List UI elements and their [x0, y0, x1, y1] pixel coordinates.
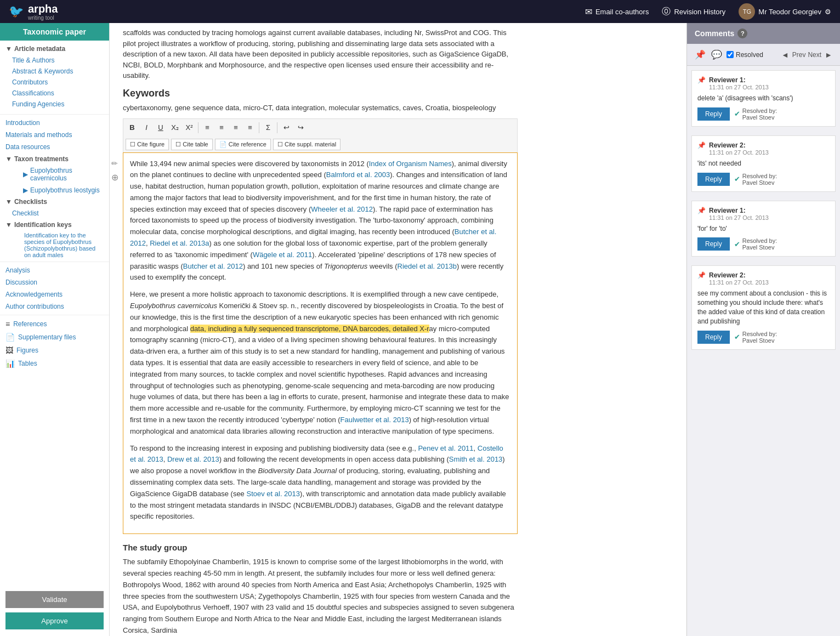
keywords-section: Keywords cybertaxonomy, gene sequence da… — [123, 88, 518, 112]
resolved-checkbox[interactable] — [727, 51, 734, 58]
references-icon: ≡ — [5, 320, 10, 328]
link-butcher2[interactable]: Butcher et al. 2012 — [183, 262, 243, 270]
resolved-check-icon-4: ✔ — [734, 333, 740, 341]
italic-button[interactable]: I — [140, 121, 153, 134]
sidebar-item-acknowledgements[interactable]: Acknowledgements — [0, 288, 109, 300]
triangle-icon: ▼ — [5, 45, 12, 53]
cite-figure-button[interactable]: ☐ Cite figure — [126, 139, 169, 150]
user-label: Mr Teodor Georgiev — [758, 8, 821, 16]
sidebar-item-author-contributions[interactable]: Author contributions — [0, 300, 109, 313]
toolbar-sep3 — [277, 122, 277, 133]
sidebar-item-tables[interactable]: 📊 Tables — [0, 357, 109, 370]
comment-toolbar-icon[interactable]: 💬 — [710, 48, 723, 61]
link-wagele[interactable]: Wägele et al. 2011 — [253, 251, 312, 259]
sidebar-item-data-resources[interactable]: Data resources — [0, 141, 109, 153]
prev-button[interactable]: ◄ — [780, 50, 790, 59]
add-icon[interactable]: ⊕ — [111, 171, 118, 185]
validate-button[interactable]: Validate — [5, 591, 104, 608]
align-left-button[interactable]: ≡ — [229, 121, 242, 134]
approve-button[interactable]: Approve — [5, 612, 104, 629]
sidebar-item-contributors[interactable]: Contributors — [0, 77, 109, 88]
pin-icon-2[interactable]: 📌 — [697, 141, 706, 149]
comment-1-text: delete 'a' (disagrees with 'scans') — [697, 94, 830, 103]
email-coauthors-nav[interactable]: ✉ Email co-authors — [585, 7, 649, 17]
paragraph-3: To respond to the increasing interest in… — [130, 443, 510, 523]
link-drew[interactable]: Drew et al. 2013 — [167, 455, 219, 463]
sidebar-item-abstract-keywords[interactable]: Abstract & Keywords — [0, 66, 109, 77]
link-smith[interactable]: Smith et al. 2013 — [449, 455, 503, 463]
sidebar-item-id-key-desc[interactable]: Identification key to the species of Eup… — [0, 231, 109, 259]
reply-button-3[interactable]: Reply — [697, 237, 730, 251]
editor-content[interactable]: ✏ ⊕ While 13,494 new animal species were… — [123, 152, 518, 535]
sidebar-item-eupolybothrus-leostygis[interactable]: ▶ Eupolybothrus leostygis — [11, 185, 109, 196]
list-ol-button[interactable]: ≡ — [201, 121, 214, 134]
formula-button[interactable]: Σ — [262, 121, 275, 134]
edit-icon[interactable]: ✏ — [111, 157, 118, 169]
link-balmford[interactable]: Balmford et al. 2003 — [326, 171, 390, 179]
comments-help-icon[interactable]: ? — [737, 29, 747, 38]
pin-toolbar-icon[interactable]: 📌 — [694, 48, 707, 61]
comment-3: 📌 Reviewer 1: 11:31 on 27 Oct. 2013 'for… — [691, 201, 836, 257]
toolbar-sep1 — [198, 122, 198, 133]
undo-button[interactable]: ↩ — [280, 121, 293, 134]
reply-button-2[interactable]: Reply — [697, 173, 730, 186]
comment-1: 📌 Reviewer 1: 11:31 on 27 Oct. 2013 dele… — [691, 70, 836, 127]
sidebar-item-title-authors[interactable]: Title & Authors — [0, 55, 109, 66]
align-right-button[interactable]: ≡ — [243, 121, 257, 134]
revision-history-nav[interactable]: ⓪ Revision History — [662, 6, 725, 18]
sidebar-item-analysis[interactable]: Analysis — [0, 264, 109, 276]
comment-2-author: Reviewer 2: — [709, 141, 830, 149]
sidebar-item-supplementary[interactable]: 📄 Supplementary files — [0, 331, 109, 344]
cite-reference-button[interactable]: 📄 Cite reference — [215, 139, 271, 150]
subscript-button[interactable]: X₂ — [168, 121, 181, 134]
sidebar-item-funding-agencies[interactable]: Funding Agencies — [0, 99, 109, 110]
comments-title: Comments — [695, 29, 734, 38]
sidebar-item-introduction[interactable]: Introduction — [0, 117, 109, 129]
sidebar-group-article-metadata[interactable]: ▼ Article metadata — [0, 43, 109, 55]
sidebar-item-eupolybothrus-cavernicolus[interactable]: ▶ Eupolybothrus cavernicolus — [11, 165, 109, 184]
sidebar-item-classifications[interactable]: Classifications — [0, 88, 109, 99]
link-riedel2[interactable]: Riedel et al. 2013b — [398, 262, 457, 270]
comment-4-text: see my comment about a conclusion - this… — [697, 289, 830, 326]
sidebar-item-references[interactable]: ≡ References — [0, 317, 109, 331]
logo-subtitle: writing tool — [28, 15, 58, 21]
link-wheeler[interactable]: Wheeler et al. 2012 — [311, 205, 373, 213]
link-penev[interactable]: Penev et al. 2011 — [418, 444, 473, 452]
reply-button-1[interactable]: Reply — [697, 107, 730, 121]
prev-label: Prev — [792, 51, 806, 59]
sidebar-item-materials-methods[interactable]: Materials and methods — [0, 129, 109, 141]
cite-suppl-button[interactable]: ☐ Cite suppl. material — [273, 139, 340, 150]
link-stoev[interactable]: Stoev et al. 2013 — [246, 490, 300, 498]
link-faulwetter[interactable]: Faulwetter et al. 2013 — [340, 416, 409, 424]
comments-panel: Comments ? 📌 💬 Resolved ◄ Prev Next ► 📌 … — [686, 23, 840, 636]
sidebar-group-taxon[interactable]: ▼ Taxon treatments — [0, 153, 109, 165]
list-ul-button[interactable]: ≡ — [215, 121, 228, 134]
sidebar-group-id-keys[interactable]: ▼ Identification keys — [0, 219, 109, 231]
comment-4-author: Reviewer 2: — [709, 271, 830, 279]
comment-3-author: Reviewer 1: — [709, 207, 830, 214]
sidebar-group-checklists[interactable]: ▼ Checklists — [0, 196, 109, 208]
link-riedel1[interactable]: Riedel et al. 2013a — [150, 239, 209, 247]
study-group-heading: The study group — [123, 543, 518, 552]
bold-button[interactable]: B — [126, 121, 139, 134]
underline-button[interactable]: U — [154, 121, 167, 134]
avatar: TG — [739, 3, 755, 20]
redo-button[interactable]: ↪ — [294, 121, 307, 134]
superscript-button[interactable]: X² — [183, 121, 196, 134]
next-button[interactable]: ► — [824, 50, 833, 59]
email-label: Email co-authors — [595, 8, 649, 16]
sidebar-item-discussion[interactable]: Discussion — [0, 276, 109, 288]
pin-icon-1[interactable]: 📌 — [697, 76, 706, 84]
pin-icon-3[interactable]: 📌 — [697, 207, 706, 214]
comments-header: Comments ? — [687, 23, 840, 44]
user-menu-nav[interactable]: TG Mr Teodor Georgiev ⚙ — [739, 3, 831, 20]
resolved-by-4: ✔ Resolved by:Pavel Stoev — [734, 331, 777, 344]
sidebar-item-checklist[interactable]: Checklist — [0, 208, 109, 219]
keywords-heading: Keywords — [123, 88, 518, 99]
sidebar-item-figures[interactable]: 🖼 Figures — [0, 344, 109, 357]
tables-icon: 📊 — [5, 359, 15, 368]
reply-button-4[interactable]: Reply — [697, 331, 730, 344]
pin-icon-4[interactable]: 📌 — [697, 271, 706, 279]
cite-table-button[interactable]: ☐ Cite table — [171, 139, 213, 150]
link-ion[interactable]: Index of Organism Names — [369, 160, 452, 168]
